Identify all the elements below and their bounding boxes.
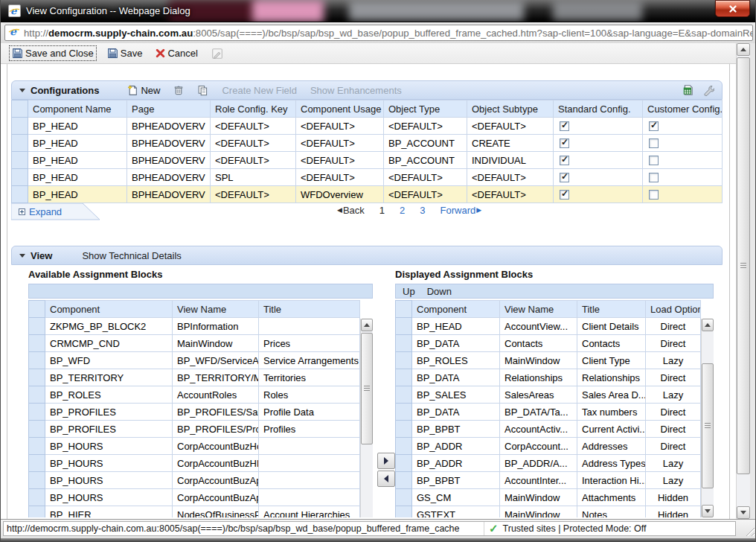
row-selector[interactable] — [29, 472, 45, 489]
row-selector[interactable] — [396, 472, 412, 489]
cancel-button[interactable]: Cancel — [153, 46, 199, 60]
row-selector[interactable] — [396, 438, 412, 455]
available-list-scrollbar[interactable] — [360, 319, 373, 517]
row-selector[interactable] — [29, 352, 45, 369]
row-selector[interactable] — [29, 335, 45, 352]
column-header[interactable]: Load Option — [646, 301, 701, 318]
customer-config-checkbox[interactable] — [649, 156, 659, 165]
move-right-button[interactable] — [377, 453, 395, 469]
scroll-up-button[interactable] — [702, 319, 714, 331]
page-number-2[interactable]: 2 — [400, 205, 405, 216]
export-spreadsheet-icon[interactable] — [682, 84, 694, 96]
scrollbar-thumb[interactable] — [737, 57, 750, 474]
row-selector[interactable] — [12, 169, 28, 186]
column-header[interactable]: Object Type — [384, 101, 467, 118]
row-selector[interactable] — [396, 404, 412, 421]
row-selector[interactable] — [29, 369, 45, 386]
column-header[interactable]: Role Config. Key — [211, 101, 296, 118]
column-header[interactable]: Component — [412, 301, 500, 318]
copy-button[interactable] — [197, 85, 208, 96]
column-header[interactable]: Component Usage — [296, 101, 384, 118]
page-number-3[interactable]: 3 — [420, 205, 425, 216]
row-selector[interactable] — [29, 318, 45, 335]
customer-config-checkbox[interactable] — [649, 173, 659, 182]
standard-config-checkbox[interactable] — [560, 190, 569, 200]
list-cell: GS_CM — [412, 489, 500, 506]
move-up-button[interactable]: Up — [403, 286, 415, 297]
page-number-1[interactable]: 1 — [379, 205, 385, 216]
row-selector[interactable] — [396, 386, 412, 404]
column-header[interactable]: Component — [45, 301, 173, 318]
address-field[interactable]: e http://democrm.supply-chain.com.au:800… — [4, 25, 753, 41]
scrollbar-thumb[interactable] — [361, 333, 373, 444]
row-selector[interactable] — [396, 318, 412, 335]
expand-control[interactable]: Expand — [11, 203, 100, 220]
column-header[interactable]: Title — [259, 301, 360, 318]
column-header[interactable]: Standard Config. — [554, 101, 643, 118]
move-left-button[interactable] — [377, 471, 395, 487]
main-scrollbar[interactable] — [736, 43, 750, 519]
column-header[interactable]: Customer Config. — [643, 101, 723, 118]
edit-page-button[interactable] — [209, 46, 225, 61]
column-header[interactable]: Object Subtype — [467, 101, 554, 118]
personalize-wrench-icon[interactable] — [703, 85, 714, 96]
row-selector[interactable] — [12, 152, 28, 169]
column-header[interactable]: View Name — [173, 301, 259, 318]
select-all-cell[interactable] — [12, 101, 28, 118]
customer-config-checkbox[interactable] — [649, 190, 659, 200]
row-selector[interactable] — [396, 421, 412, 438]
save-and-close-button[interactable]: Save and Close — [10, 46, 96, 60]
row-selector[interactable] — [29, 404, 45, 421]
scroll-up-button[interactable] — [737, 43, 750, 56]
displayed-list-scrollbar[interactable] — [701, 319, 714, 517]
row-selector[interactable] — [12, 118, 28, 135]
column-header[interactable]: Title — [577, 301, 646, 318]
row-selector[interactable] — [29, 506, 45, 518]
scroll-down-button[interactable] — [702, 505, 714, 517]
scroll-down-button[interactable] — [737, 506, 750, 519]
row-selector[interactable] — [396, 506, 412, 518]
select-all-cell[interactable] — [29, 301, 45, 318]
list-cell: BP_PROFILES — [45, 421, 173, 438]
page-back-button[interactable]: ◀Back — [337, 205, 365, 216]
row-selector[interactable] — [29, 455, 45, 472]
customer-config-checkbox[interactable] — [649, 138, 659, 148]
row-selector[interactable] — [396, 369, 412, 386]
displayed-table-body: BP_HEADAccountView...Client DetailsDirec… — [396, 318, 701, 518]
close-button[interactable] — [715, 0, 750, 17]
row-selector[interactable] — [396, 352, 412, 369]
select-all-cell[interactable] — [396, 301, 412, 318]
collapse-triangle-icon[interactable] — [19, 254, 25, 258]
delete-button[interactable] — [173, 85, 184, 96]
config-cell: <DEFAULT> — [467, 186, 554, 203]
scroll-up-button[interactable] — [361, 319, 373, 331]
standard-config-checkbox[interactable] — [560, 121, 569, 131]
standard-config-checkbox[interactable] — [560, 156, 569, 165]
standard-config-checkbox[interactable] — [560, 173, 569, 182]
column-header[interactable]: Page — [127, 101, 211, 118]
save-button[interactable]: Save — [105, 46, 145, 60]
row-selector[interactable] — [396, 455, 412, 472]
create-new-field-button[interactable]: Create New Field — [222, 85, 296, 96]
new-button[interactable]: New — [127, 85, 160, 96]
row-selector[interactable] — [12, 186, 28, 203]
scrollbar-thumb[interactable] — [702, 363, 714, 488]
checkbox-cell — [643, 118, 723, 135]
column-header[interactable]: Component Name — [28, 101, 127, 118]
page-forward-button[interactable]: Forward▶ — [441, 205, 482, 216]
move-down-button[interactable]: Down — [427, 286, 452, 297]
collapse-triangle-icon[interactable] — [19, 89, 25, 92]
row-selector[interactable] — [12, 135, 28, 152]
customer-config-checkbox[interactable] — [649, 121, 659, 131]
row-selector[interactable] — [29, 489, 45, 506]
row-selector[interactable] — [29, 386, 45, 404]
row-selector[interactable] — [29, 421, 45, 438]
row-selector[interactable] — [396, 489, 412, 506]
row-selector[interactable] — [29, 438, 45, 455]
resize-grip[interactable] — [743, 525, 755, 536]
column-header[interactable]: View Name — [500, 301, 577, 318]
standard-config-checkbox[interactable] — [560, 138, 569, 148]
show-technical-details-button[interactable]: Show Technical Details — [82, 250, 181, 261]
row-selector[interactable] — [396, 335, 412, 352]
show-enhancements-button[interactable]: Show Enhancements — [310, 85, 402, 96]
